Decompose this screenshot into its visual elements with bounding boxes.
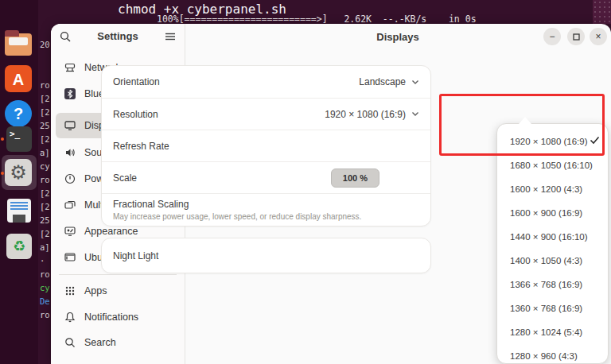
resolution-row: Resolution 1920 × 1080 (16:9) bbox=[102, 98, 430, 130]
popover-arrow bbox=[519, 117, 531, 124]
terminal-fragment: ro bbox=[40, 79, 52, 92]
apps-grid-icon bbox=[64, 285, 76, 297]
close-button[interactable]: × bbox=[590, 28, 607, 45]
option-label: 1360 × 768 (16:9) bbox=[510, 304, 582, 313]
dock-item-ubuntu-software[interactable]: A bbox=[5, 65, 33, 94]
night-light-label: Night Light bbox=[113, 250, 158, 261]
gear-icon: ⚙ bbox=[5, 159, 32, 186]
dock-item-files[interactable] bbox=[5, 30, 33, 59]
running-indicator-dot bbox=[1, 172, 4, 175]
terminal-fragment: De bbox=[40, 295, 52, 308]
resolution-option[interactable]: 1600 × 900 (16:9) bbox=[497, 201, 608, 225]
resolution-option[interactable]: 1400 × 1050 (4:3) bbox=[497, 249, 608, 273]
floppy-disk-icon bbox=[7, 199, 31, 223]
resolution-option[interactable]: 1680 × 1050 (16:10) bbox=[497, 153, 608, 177]
option-label: 1600 × 900 (16:9) bbox=[510, 208, 582, 218]
option-label: 1920 × 1080 (16:9) bbox=[510, 137, 588, 146]
search-icon bbox=[64, 336, 76, 349]
dock-item-terminal[interactable]: >_ bbox=[5, 125, 33, 153]
resolution-option[interactable]: 1600 × 1200 (4:3) bbox=[497, 177, 608, 201]
terminal-fragment: [2 bbox=[40, 106, 52, 119]
terminal-fragment: ro bbox=[40, 268, 52, 281]
option-label: 1680 × 1050 (16:10) bbox=[510, 161, 593, 170]
option-label: 1366 × 768 (16:9) bbox=[510, 280, 582, 289]
orientation-row: Orientation Landscape bbox=[102, 66, 430, 98]
resolution-option[interactable]: 1440 × 900 (16:10) bbox=[497, 225, 608, 249]
orientation-label: Orientation bbox=[113, 76, 160, 87]
resolution-dropdown[interactable]: 1920 × 1080 (16:9) bbox=[325, 109, 419, 120]
sidebar-item-notifications[interactable]: Notifications bbox=[56, 305, 180, 329]
terminal-fragment: ro bbox=[40, 308, 52, 322]
resolution-option[interactable]: 1280 × 1024 (5:4) bbox=[497, 320, 608, 344]
settings-window: Settings Network Bluetooth Displays bbox=[51, 24, 611, 364]
sidebar-divider bbox=[59, 274, 177, 275]
sidebar-header: Settings bbox=[51, 24, 185, 49]
resolution-dropdown-menu: 1920 × 1080 (16:9) 1680 × 1050 (16:10) 1… bbox=[496, 123, 609, 364]
hamburger-menu-icon[interactable] bbox=[164, 30, 177, 43]
resolution-option[interactable]: 1366 × 768 (16:9) bbox=[497, 273, 608, 296]
minimize-button[interactable]: − bbox=[543, 28, 561, 45]
sidebar-item-label: Appearance bbox=[84, 226, 138, 237]
sidebar-item-search[interactable]: Search bbox=[56, 331, 180, 354]
network-icon bbox=[64, 61, 76, 74]
option-label: 1440 × 900 (16:10) bbox=[510, 232, 588, 242]
running-indicator-dot bbox=[1, 137, 4, 141]
terminal-progress-line: 100%[========================>] 2.62K --… bbox=[157, 14, 477, 25]
terminal-fragment: ro bbox=[40, 173, 52, 187]
terminal-fragment: [2 bbox=[40, 92, 52, 106]
orientation-dropdown[interactable]: Landscape bbox=[359, 76, 419, 87]
sidebar-item-label: Notifications bbox=[84, 312, 138, 323]
chevron-down-icon bbox=[411, 79, 419, 85]
scale-100-button[interactable]: 100 % bbox=[331, 168, 379, 188]
speaker-icon bbox=[64, 146, 76, 159]
ubuntu-desktop-icon bbox=[64, 251, 76, 264]
option-label: 1280 × 960 (4:3) bbox=[510, 351, 578, 361]
terminal-left-fragments: 20 ro [2 [2 25 [2 a] cy ro [2 [2 25 [2 a… bbox=[40, 38, 52, 324]
terminal-fragment: a] bbox=[40, 241, 52, 254]
refresh-rate-row: Refresh Rate bbox=[102, 130, 430, 161]
resolution-option[interactable]: 1280 × 960 (4:3) bbox=[497, 344, 608, 364]
display-settings-card: Orientation Landscape Resolution 1920 × … bbox=[101, 65, 431, 227]
bluetooth-icon bbox=[64, 87, 76, 100]
terminal-fragment: 25 bbox=[40, 119, 52, 133]
terminal-fragment: · bbox=[40, 254, 52, 268]
fractional-scaling-subtitle: May increase power usage, lower speed, o… bbox=[113, 212, 361, 221]
option-label: 1400 × 1050 (4:3) bbox=[510, 256, 582, 265]
bell-icon bbox=[64, 311, 76, 323]
terminal-fragment: a] bbox=[40, 146, 52, 160]
desktop-wallpaper-corner bbox=[593, 0, 611, 24]
help-icon: ? bbox=[5, 100, 32, 127]
orientation-value: Landscape bbox=[359, 76, 406, 87]
option-label: 1280 × 1024 (5:4) bbox=[510, 327, 582, 337]
option-label: 1600 × 1200 (4:3) bbox=[510, 184, 582, 194]
dock-item-trash[interactable]: ♻ bbox=[5, 232, 33, 261]
sidebar-item-label: Search bbox=[84, 337, 116, 348]
night-light-row[interactable]: Night Light bbox=[102, 238, 430, 273]
files-icon bbox=[5, 33, 32, 56]
terminal-fragment: 25 bbox=[40, 214, 52, 227]
resolution-option-selected[interactable]: 1920 × 1080 (16:9) bbox=[497, 130, 608, 153]
night-light-card[interactable]: Night Light bbox=[101, 238, 431, 273]
terminal-fragment: [2 bbox=[40, 133, 52, 146]
resolution-option[interactable]: 1360 × 768 (16:9) bbox=[497, 296, 608, 320]
multitasking-icon bbox=[64, 199, 76, 211]
terminal-fragment bbox=[40, 52, 52, 65]
terminal-fragment: [2 bbox=[40, 227, 52, 241]
sidebar-item-apps[interactable]: Apps bbox=[56, 279, 180, 303]
terminal-fragment: 20 bbox=[40, 38, 52, 52]
dock-item-settings[interactable]: ⚙ bbox=[5, 159, 33, 188]
refresh-rate-label: Refresh Rate bbox=[113, 141, 169, 152]
chevron-down-icon bbox=[411, 111, 419, 117]
power-icon bbox=[64, 172, 76, 185]
dock-item-text-editor[interactable] bbox=[5, 196, 33, 225]
maximize-button[interactable] bbox=[567, 28, 585, 45]
appearance-icon bbox=[64, 225, 76, 238]
checkmark-icon bbox=[590, 136, 600, 145]
fractional-scaling-label: Fractional Scaling bbox=[113, 199, 361, 210]
sidebar-item-partial[interactable] bbox=[56, 359, 180, 364]
display-icon bbox=[64, 119, 76, 132]
resolution-label: Resolution bbox=[113, 109, 158, 120]
sidebar-item-label: Apps bbox=[84, 285, 107, 296]
resolution-value: 1920 × 1080 (16:9) bbox=[325, 109, 406, 120]
terminal-fragment: cy bbox=[40, 281, 52, 295]
